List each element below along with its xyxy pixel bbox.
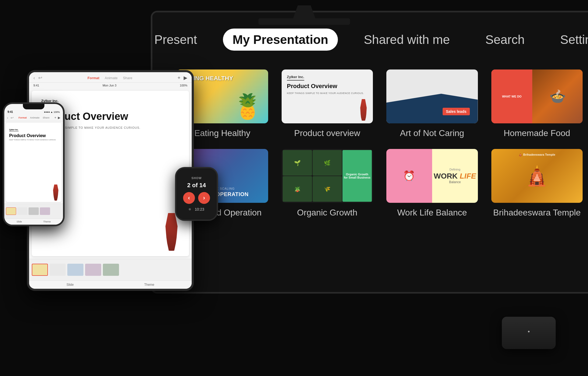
ipad-undo-icon[interactable]: ↩ xyxy=(38,75,42,81)
grid-item-temple[interactable]: 🛕 Brihadeeswara Temple 🛕 Brihadeeswara T… xyxy=(491,149,583,218)
og-cell-2: 🌿 xyxy=(313,150,342,176)
iphone-add-icon[interactable]: + xyxy=(54,116,56,120)
ipad-thumb-5[interactable] xyxy=(103,264,119,276)
grid-item-art-not-caring[interactable]: Sales leads Art of Not Caring xyxy=(386,69,478,138)
hf-right: 🍲 xyxy=(532,69,583,123)
nav-item-search[interactable]: Search xyxy=(476,29,534,51)
tv-content: Present My Presentation Shared with me S… xyxy=(152,12,588,292)
watch-dot-icon xyxy=(189,208,191,210)
iphone-nav-btns: ‹ ↩ xyxy=(7,116,14,120)
iphone-bottom-tabs: Slide Theme xyxy=(4,218,63,225)
ipad-date: Mon Jun 3 xyxy=(103,84,116,87)
watch-prev-icon: ‹ xyxy=(188,194,190,201)
ipad-thumb-1[interactable] xyxy=(32,264,48,276)
ipad-status-bar: 9:41 Mon Jun 3 100% xyxy=(29,83,192,88)
grid-item-work-life[interactable]: ⏰ Defining WORK LIFE Balance Work Life B… xyxy=(386,149,478,218)
iphone-actions: + ▶ xyxy=(54,116,60,120)
ipad-tab-animate[interactable]: Animate xyxy=(105,76,118,80)
wl-clock-icon: ⏰ xyxy=(403,170,415,182)
atv-status-light xyxy=(528,331,530,332)
ipad-thumb-2[interactable] xyxy=(50,264,66,276)
iphone-thumb-4[interactable] xyxy=(40,207,50,215)
iphone-btab-slide[interactable]: Slide xyxy=(16,220,22,223)
iphone-nav: ‹ ↩ Format Animate Share + ▶ xyxy=(4,114,63,121)
hf-food-image: 🍲 xyxy=(532,69,583,123)
work-life-label: Work Life Balance xyxy=(397,208,467,218)
ipad-back-icon[interactable]: ‹ xyxy=(33,75,35,81)
hf-text: WHAT WE DO xyxy=(502,95,522,98)
slide-thumb-work-life: ⏰ Defining WORK LIFE Balance xyxy=(386,149,478,203)
iphone-titlebar: 9:41 ●●●● ▲ 100% xyxy=(4,109,63,114)
iphone-vase-decoration xyxy=(53,184,59,201)
apple-watch-device: SHOW 2 of 14 ‹ › 10:23 xyxy=(175,167,218,221)
apple-tv-box xyxy=(502,317,556,349)
temple-emoji: 🛕 xyxy=(525,165,549,187)
ipad-tab-format[interactable]: Format xyxy=(88,76,99,80)
iphone-tab-animate[interactable]: Animate xyxy=(30,116,40,119)
iphone-slide-subtitle: KEEP THINGS SIMPLE TO MAKE YOUR AUDIENCE… xyxy=(9,139,58,141)
iphone-tab-share[interactable]: Share xyxy=(43,116,50,119)
watch-prev-button[interactable]: ‹ xyxy=(183,192,195,204)
slide-thumb-homemade-food: WHAT WE DO 🍲 xyxy=(491,69,583,123)
ipad-time: 9:41 xyxy=(33,84,39,87)
po-sub: KEEP THINGS SIMPLE TO MAKE YOUR AUDIENCE… xyxy=(287,92,368,95)
watch-controls: ‹ › xyxy=(183,192,210,204)
wl-work-text: WORK xyxy=(434,172,460,180)
eating-healthy-label: Eating Healthy xyxy=(194,128,250,138)
temple-label: Brihadeeswara Temple xyxy=(493,208,581,218)
organic-growth-label: Organic Growth xyxy=(297,208,357,218)
iphone-time: 9:41 xyxy=(8,110,13,113)
slide-thumb-temple: 🛕 Brihadeeswara Temple 🛕 xyxy=(491,149,583,203)
iphone-btab-theme[interactable]: Theme xyxy=(43,220,51,223)
presentations-grid: EATING HEALTHY Eating Healthy Zylker Inc… xyxy=(174,69,585,218)
grid-item-organic-growth[interactable]: 🌱 🌿 Organic Growthfor Small Business 🪴 🌾… xyxy=(282,149,373,218)
ipad-play-icon[interactable]: ▶ xyxy=(184,75,187,81)
nav-item-present[interactable]: Present xyxy=(151,29,207,51)
wl-title: WORK LIFE xyxy=(434,172,476,180)
iphone-thumb-3[interactable] xyxy=(29,207,39,215)
watch-slide-info: 2 of 14 xyxy=(187,182,206,189)
slide-thumb-product-overview: Zylker Inc. Product Overview KEEP THINGS… xyxy=(282,69,373,123)
ipad-bottom-tabs: Slide Theme xyxy=(29,280,192,289)
homemade-food-label: Homemade Food xyxy=(504,128,570,138)
watch-next-icon: › xyxy=(203,194,205,201)
ipad-tab-share[interactable]: Share xyxy=(123,76,132,80)
grid-item-homemade-food[interactable]: WHAT WE DO 🍲 Homemade Food xyxy=(491,69,583,138)
iphone-thumb-2[interactable] xyxy=(17,207,27,215)
iphone-screen: 9:41 ●●●● ▲ 100% ‹ ↩ Format Animate Shar… xyxy=(4,104,63,225)
og-cell-4: 🪴 xyxy=(283,176,312,202)
tv-screen: Present My Presentation Shared with me S… xyxy=(151,11,588,294)
nav-item-shared-with-me[interactable]: Shared with me xyxy=(354,29,460,51)
iphone-thumbnail-bar xyxy=(4,204,63,218)
slide-thumb-art-not-caring: Sales leads xyxy=(386,69,478,123)
watch-time: 10:23 xyxy=(195,207,204,211)
iphone-undo-icon[interactable]: ↩ xyxy=(10,116,14,120)
temple-title-text: 🛕 Brihadeeswara Temple xyxy=(519,153,555,156)
iphone-back-icon[interactable]: ‹ xyxy=(7,116,8,120)
ipad-btab-theme[interactable]: Theme xyxy=(144,283,154,287)
ipad-actions: + ▶ xyxy=(177,75,187,81)
iphone-tab-format[interactable]: Format xyxy=(19,116,27,119)
wl-left: ⏰ xyxy=(386,149,432,203)
nav-item-settings[interactable]: Settings xyxy=(551,29,588,51)
po-brand: Zylker Inc. xyxy=(287,75,304,81)
tv-nav-bar: Present My Presentation Shared with me S… xyxy=(174,29,585,51)
grid-item-product-overview[interactable]: Zylker Inc. Product Overview KEEP THINGS… xyxy=(282,69,373,138)
tv-base xyxy=(258,18,350,25)
wl-defining: Defining xyxy=(449,168,460,171)
ipad-thumb-3[interactable] xyxy=(67,264,83,276)
ipad-thumb-4[interactable] xyxy=(85,264,101,276)
iphone-play-icon[interactable]: ▶ xyxy=(58,116,60,120)
nav-item-my-presentation[interactable]: My Presentation xyxy=(223,29,338,51)
watch-next-button[interactable]: › xyxy=(198,192,210,204)
wl-balance-text: Balance xyxy=(449,180,461,184)
iphone-thumb-1[interactable] xyxy=(6,207,16,215)
ipad-btab-slide[interactable]: Slide xyxy=(66,283,74,287)
art-not-caring-label: Art of Not Caring xyxy=(400,128,464,138)
po-vase-icon xyxy=(359,99,368,121)
wl-right: Defining WORK LIFE Balance xyxy=(432,149,478,203)
po-title: Product Overview xyxy=(287,83,368,90)
iphone-device: 9:41 ●●●● ▲ 100% ‹ ↩ Format Animate Shar… xyxy=(3,102,65,226)
ipad-add-icon[interactable]: + xyxy=(177,75,180,81)
hf-left: WHAT WE DO xyxy=(491,69,533,123)
